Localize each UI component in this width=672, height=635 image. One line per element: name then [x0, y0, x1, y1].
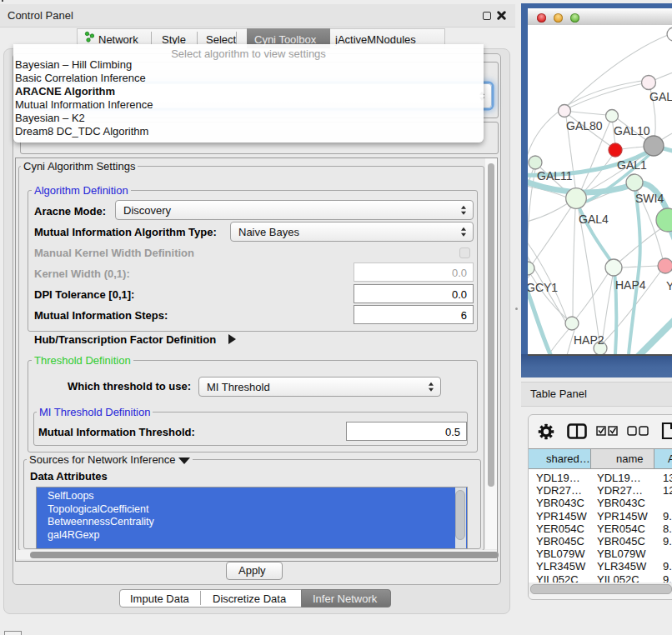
- svg-text:GAL11: GAL11: [537, 169, 573, 182]
- svg-text:SWI4: SWI4: [635, 192, 664, 205]
- svg-text:HAP4: HAP4: [615, 278, 646, 292]
- svg-text:HAP2: HAP2: [574, 333, 604, 347]
- svg-text:Y: Y: [666, 279, 672, 292]
- svg-text:GCY1: GCY1: [528, 281, 558, 294]
- svg-text:GAL1: GAL1: [617, 158, 647, 172]
- svg-text:GAL10: GAL10: [614, 124, 650, 138]
- svg-text:GAL4: GAL4: [579, 212, 609, 226]
- svg-text:GAL2: GAL2: [649, 90, 672, 103]
- svg-text:GAL80: GAL80: [566, 119, 603, 132]
